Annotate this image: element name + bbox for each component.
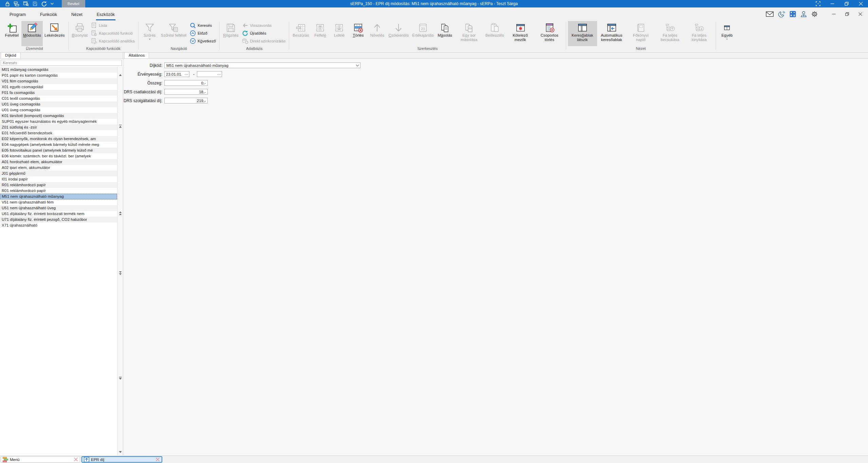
drs-szolgaltatasi-dij-field[interactable]: 219,- xyxy=(164,98,208,103)
calculator-icon[interactable] xyxy=(790,11,796,17)
ribbon-button-elozo[interactable]: Előző xyxy=(188,30,218,37)
ribbon-button-kereses[interactable]: Keresés xyxy=(188,22,218,29)
scroll-down-arrow-icon[interactable] xyxy=(117,451,123,454)
list-item[interactable]: U61 díjátalány fiz. érintett borászati t… xyxy=(0,211,117,217)
ribbon-button-label: Szűrés xyxy=(144,33,156,38)
scroll-page-up-icon[interactable] xyxy=(117,211,123,215)
list-item[interactable]: V51 nem újrahasználható fém xyxy=(0,199,117,205)
list-item[interactable]: U01 üveg csomagolás xyxy=(0,107,117,113)
list-item[interactable]: M01 műanyag csomagolás xyxy=(0,67,117,73)
gear-icon[interactable] xyxy=(811,11,818,17)
menu-item-program[interactable]: Program xyxy=(9,9,26,20)
ribbon-button-ujratoltes[interactable]: Újratöltés xyxy=(240,30,287,37)
date-picker-dots-icon[interactable]: ⋯ xyxy=(184,73,189,76)
ervenyesseg-to-field[interactable]: ⋯ xyxy=(197,71,222,77)
ribbon-button-felvetel[interactable]: Felvétel xyxy=(2,21,21,46)
list-item[interactable]: J01 gépjármű xyxy=(0,171,117,176)
list-item[interactable]: R01 reklámhordozó papír xyxy=(0,188,117,194)
close-icon[interactable] xyxy=(856,7,865,20)
list-item[interactable]: U71 díjátalány fiz. érintett pezsgő, CO2… xyxy=(0,217,117,223)
phone-icon[interactable] xyxy=(778,11,785,17)
list-item[interactable]: R01 reklámhordozó papír xyxy=(0,182,117,188)
list-item[interactable]: Z01 sütőolaj és -zsír xyxy=(0,124,117,130)
osszeg-field[interactable]: 0,- xyxy=(164,80,208,86)
ribbon-button-lefele: Lefelé xyxy=(330,21,349,46)
minimize-icon[interactable] xyxy=(825,0,839,7)
list-item[interactable]: SUP01 egyszer használatos és egyéb műany… xyxy=(0,119,117,124)
scroll-page-down-icon[interactable] xyxy=(117,271,123,275)
ribbon-button-modositas[interactable]: Módosítás xyxy=(21,21,43,46)
save-icon[interactable] xyxy=(33,1,37,6)
lock-icon[interactable] xyxy=(5,1,10,6)
restore-icon[interactable] xyxy=(843,7,851,20)
ribbon-button-keresoablak-latszik[interactable]: Keresőablak látszik xyxy=(568,21,597,46)
list-item[interactable]: I01 irodai papír xyxy=(0,176,117,182)
list-item[interactable]: E01 hőcserélő berendezések xyxy=(0,130,117,136)
list-item[interactable]: M51 nem újrahasználható műanyag xyxy=(0,194,117,199)
list-item[interactable]: U51 nem újrahasználható üveg xyxy=(0,205,117,211)
required-fields-icon xyxy=(515,22,525,33)
ervenyesseg-label: Érvényesség: xyxy=(124,72,162,77)
menu-item-eszkozok[interactable]: Eszközök xyxy=(96,9,116,20)
hierarchy-icon[interactable] xyxy=(14,1,19,6)
menu-item-funkciok[interactable]: Funkciók xyxy=(39,9,58,20)
list-item[interactable]: A02 ipari elem, akkumulátor xyxy=(0,165,117,171)
ribbon-button-torles[interactable]: Törlés xyxy=(349,21,368,46)
list-item[interactable]: E02 képernyők, monitorok és olyan berend… xyxy=(0,136,117,142)
linked-function-icon xyxy=(91,30,97,36)
ribbon-button-bizonylat: Bizonylat xyxy=(70,21,90,46)
list-item[interactable]: K01 társított (kompozit) csomagolás xyxy=(0,113,117,119)
taskbar-tab-epr-dij[interactable]: EPR díj xyxy=(81,456,162,463)
close-icon[interactable] xyxy=(854,0,868,7)
ribbon-button-egyeb[interactable]: Egyéb˅ xyxy=(718,21,737,46)
ribbon-button-masolas[interactable]: Másolás xyxy=(436,21,455,46)
taskbar-tab-menu[interactable]: Menü xyxy=(1,456,80,463)
ribbon-button-csoportos-torles[interactable]: Csoportos törlés xyxy=(535,21,564,46)
refresh-icon[interactable] xyxy=(41,1,47,7)
mode-tab-bevitel[interactable]: Bevitel xyxy=(62,0,85,7)
ribbon-button-label: Felvétel xyxy=(5,33,19,38)
list-item[interactable]: E05 fotovoltaikus panel (amelynek bármel… xyxy=(0,148,117,153)
list-item[interactable]: V01 fém csomagolás xyxy=(0,78,117,84)
list-item[interactable]: X71 újrahasználható xyxy=(0,223,117,228)
close-icon[interactable] xyxy=(155,457,160,462)
restore-icon[interactable] xyxy=(839,0,854,7)
date-picker-dots-icon[interactable]: ⋯ xyxy=(217,73,222,76)
dijkod-combobox[interactable]: M51 nem újrahasználható műanyag xyxy=(164,62,361,68)
chevron-down-icon: ˅ xyxy=(726,38,728,40)
drs-csatlakozasi-dij-field[interactable]: 18,- xyxy=(164,89,208,95)
user-icon[interactable] xyxy=(800,11,807,17)
ribbon-group-szerkesztes: BeszúrásFelfeléLefeléTörlésNövelésCsökke… xyxy=(290,20,565,52)
minimize-icon[interactable] xyxy=(829,7,838,20)
list-item[interactable]: C01 textil csomagolás xyxy=(0,96,117,101)
list-scrollbar[interactable] xyxy=(117,67,123,456)
list-item[interactable]: A01 hordozható elem, akkumulátor xyxy=(0,159,117,165)
window-search-icon[interactable] xyxy=(23,1,29,6)
ribbon-button-lekerdezes[interactable]: Lekérdezés xyxy=(43,21,66,46)
ribbon-button-felfele: Felfelé xyxy=(311,21,330,46)
ribbon-button-automatikus-keresoablak[interactable]: Automatikus keresőablak xyxy=(597,21,626,46)
ribbon-button-label: Módosítás xyxy=(23,33,41,38)
list-item[interactable]: F01 fa csomagolás xyxy=(0,90,117,96)
dropdown-caret-icon[interactable] xyxy=(51,3,54,5)
tab-altalanos[interactable]: Általános xyxy=(124,52,149,58)
list-item[interactable]: X01 egyéb csomagolásl xyxy=(0,84,117,90)
scroll-to-top-icon[interactable] xyxy=(117,124,123,128)
list-item[interactable]: E06 kismér. számtech. ber és távközl. be… xyxy=(0,153,117,159)
list-item[interactable]: P01 papír és karton csomagolás xyxy=(0,73,117,78)
scroll-to-bottom-icon[interactable] xyxy=(117,377,123,380)
chevron-down-icon[interactable] xyxy=(354,64,360,66)
scroll-up-arrow-icon[interactable] xyxy=(117,74,123,76)
mail-icon[interactable] xyxy=(766,11,774,17)
menu-item-nezet[interactable]: Nézet xyxy=(71,9,83,20)
ribbon-button-label: Visszavonás xyxy=(250,23,272,27)
search-input[interactable] xyxy=(1,60,122,66)
ribbon-button-kotelezo-mezok[interactable]: Kötelező mezők xyxy=(506,21,535,46)
focus-mode-icon[interactable] xyxy=(811,0,825,7)
list-item[interactable]: U01 üveg csomagolás xyxy=(0,101,117,107)
tab-dijkod[interactable]: Díjkód xyxy=(1,52,21,58)
close-icon[interactable] xyxy=(74,457,78,462)
list-item[interactable]: E04 nagygépek (amelyeknek bármely külső … xyxy=(0,142,117,148)
ervenyesseg-from-field[interactable]: 23.01.01. ⋯ xyxy=(164,71,189,77)
ribbon-button-kovetkezo[interactable]: Következő xyxy=(188,38,218,44)
